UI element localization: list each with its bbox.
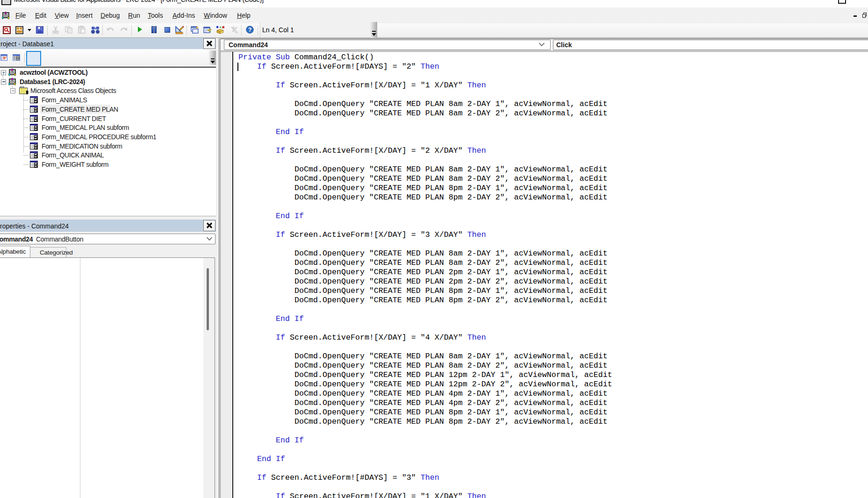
svg-text:?: ?	[248, 27, 252, 33]
